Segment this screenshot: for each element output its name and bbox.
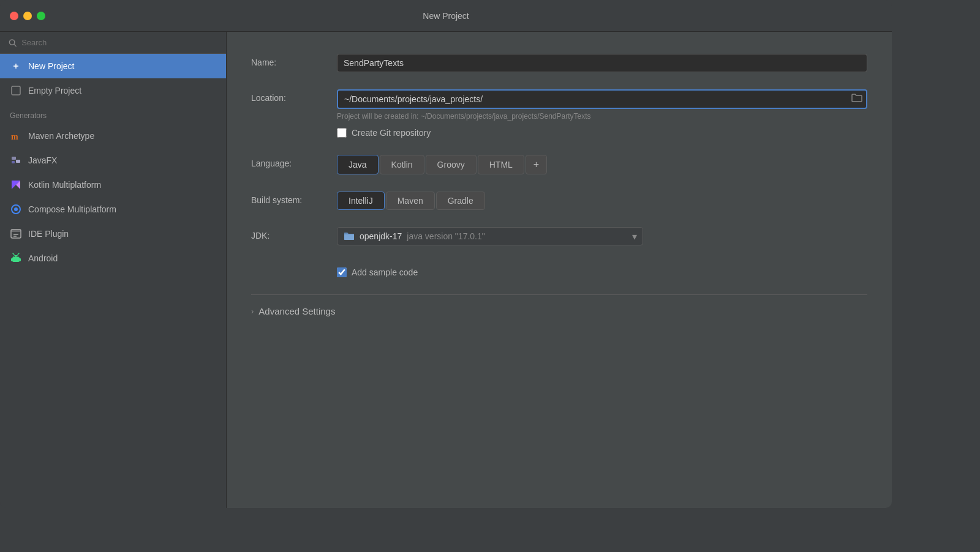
sidebar-item-kotlin-mp[interactable]: Kotlin Multiplatform — [0, 173, 226, 197]
svg-rect-15 — [11, 229, 21, 232]
name-control — [337, 54, 867, 72]
git-repo-label[interactable]: Create Git repository — [352, 128, 431, 138]
language-control: Java Kotlin Groovy HTML + — [337, 155, 867, 174]
location-row: Location: Project will be created in: ~/… — [251, 89, 867, 138]
titlebar: New Project — [0, 0, 892, 32]
jdk-name: openjdk-17 — [360, 231, 402, 241]
sidebar-item-ide-plugin-label: IDE Plugin — [28, 229, 69, 239]
sidebar-item-new-project[interactable]: New Project — [0, 54, 226, 78]
sample-code-control: Add sample code — [337, 263, 867, 277]
svg-point-23 — [17, 256, 18, 257]
sidebar-item-kotlin-mp-label: Kotlin Multiplatform — [28, 180, 101, 190]
language-add-button[interactable]: + — [526, 155, 547, 174]
search-input[interactable] — [21, 38, 217, 47]
sidebar-item-javafx[interactable]: JavaFX — [0, 148, 226, 173]
sidebar-item-compose-mp-label: Compose Multiplatform — [28, 204, 116, 214]
sample-code-row: Add sample code — [251, 263, 867, 277]
svg-rect-8 — [16, 160, 20, 163]
sidebar-item-new-project-label: New Project — [28, 61, 74, 71]
location-hint: Project will be created in: ~/Documents/… — [337, 112, 867, 121]
location-control: Project will be created in: ~/Documents/… — [337, 89, 867, 138]
advanced-settings-toggle[interactable]: › Advanced Settings — [251, 306, 867, 316]
window-title: New Project — [423, 11, 469, 21]
minimize-button[interactable] — [23, 12, 32, 20]
content-area: Name: Location: Project will be created … — [227, 32, 892, 508]
maven-icon: m — [10, 130, 22, 142]
window-controls — [10, 12, 45, 20]
name-label: Name: — [251, 54, 337, 67]
empty-project-icon — [10, 84, 22, 97]
jdk-dropdown[interactable]: openjdk-17 java version "17.0.1" — [337, 227, 643, 245]
maximize-button[interactable] — [37, 12, 45, 20]
advanced-settings-section: › Advanced Settings — [251, 294, 867, 316]
new-project-icon — [10, 60, 22, 72]
main-layout: New Project Empty Project Generators m M… — [0, 32, 892, 508]
build-system-label: Build system: — [251, 192, 337, 205]
javafx-icon — [10, 154, 22, 166]
language-kotlin-button[interactable]: Kotlin — [380, 155, 424, 174]
sidebar-item-android[interactable]: Android — [0, 246, 226, 270]
language-java-button[interactable]: Java — [337, 155, 379, 174]
ide-plugin-icon — [10, 228, 22, 240]
search-bar[interactable] — [0, 32, 226, 54]
build-maven-button[interactable]: Maven — [386, 192, 435, 210]
svg-line-20 — [13, 253, 14, 255]
language-html-button[interactable]: HTML — [478, 155, 524, 174]
svg-line-1 — [14, 44, 16, 46]
name-input[interactable] — [337, 54, 867, 72]
language-label: Language: — [251, 155, 337, 168]
sidebar-item-maven[interactable]: m Maven Archetype — [0, 124, 226, 148]
jdk-label: JDK: — [251, 227, 337, 241]
location-label: Location: — [251, 89, 337, 103]
build-system-row: Build system: IntelliJ Maven Gradle — [251, 192, 867, 210]
advanced-settings-chevron-icon: › — [251, 307, 254, 316]
jdk-row: JDK: openjdk-17 java version "17.0.1" ▾ — [251, 227, 867, 245]
jdk-control: openjdk-17 java version "17.0.1" ▾ — [337, 227, 867, 245]
git-repo-row: Create Git repository — [337, 128, 867, 138]
language-row: Language: Java Kotlin Groovy HTML + — [251, 155, 867, 174]
close-button[interactable] — [10, 12, 18, 20]
sample-code-label[interactable]: Add sample code — [352, 267, 418, 277]
name-row: Name: — [251, 54, 867, 72]
kotlin-mp-icon — [10, 179, 22, 191]
svg-rect-24 — [11, 258, 13, 261]
generators-section-label: Generators — [0, 103, 226, 124]
sidebar: New Project Empty Project Generators m M… — [0, 32, 227, 508]
svg-rect-9 — [12, 161, 15, 163]
location-wrapper — [337, 89, 867, 109]
location-input[interactable] — [337, 89, 867, 109]
svg-line-21 — [18, 253, 19, 255]
sidebar-item-empty-project[interactable]: Empty Project — [0, 78, 226, 103]
sample-code-spacer — [251, 263, 337, 266]
browse-folder-button[interactable] — [850, 92, 864, 106]
svg-rect-7 — [12, 157, 16, 160]
android-icon — [10, 252, 22, 264]
sidebar-item-empty-project-label: Empty Project — [28, 86, 81, 95]
svg-text:m: m — [11, 132, 18, 141]
svg-point-13 — [14, 207, 18, 211]
search-icon — [9, 39, 17, 47]
language-groovy-button[interactable]: Groovy — [426, 155, 477, 174]
build-system-btn-group: IntelliJ Maven Gradle — [337, 192, 867, 210]
jdk-version: java version "17.0.1" — [407, 231, 484, 241]
git-repo-checkbox[interactable] — [337, 128, 347, 138]
build-intellij-button[interactable]: IntelliJ — [337, 192, 385, 210]
svg-point-22 — [14, 256, 15, 257]
compose-mp-icon — [10, 203, 22, 215]
sidebar-item-ide-plugin[interactable]: IDE Plugin — [0, 222, 226, 246]
sidebar-item-maven-label: Maven Archetype — [28, 131, 94, 141]
build-system-control: IntelliJ Maven Gradle — [337, 192, 867, 210]
sidebar-item-android-label: Android — [28, 253, 58, 263]
jdk-folder-icon — [344, 231, 355, 241]
sidebar-item-javafx-label: JavaFX — [28, 155, 57, 165]
sidebar-item-compose-mp[interactable]: Compose Multiplatform — [0, 197, 226, 222]
jdk-wrapper: openjdk-17 java version "17.0.1" ▾ — [337, 227, 643, 245]
svg-rect-5 — [12, 86, 20, 95]
language-btn-group: Java Kotlin Groovy HTML + — [337, 155, 867, 174]
sample-code-checkbox[interactable] — [337, 267, 347, 277]
svg-rect-25 — [20, 258, 21, 261]
build-gradle-button[interactable]: Gradle — [436, 192, 485, 210]
sample-code-checkbox-row: Add sample code — [337, 267, 867, 277]
advanced-settings-label: Advanced Settings — [258, 306, 335, 316]
